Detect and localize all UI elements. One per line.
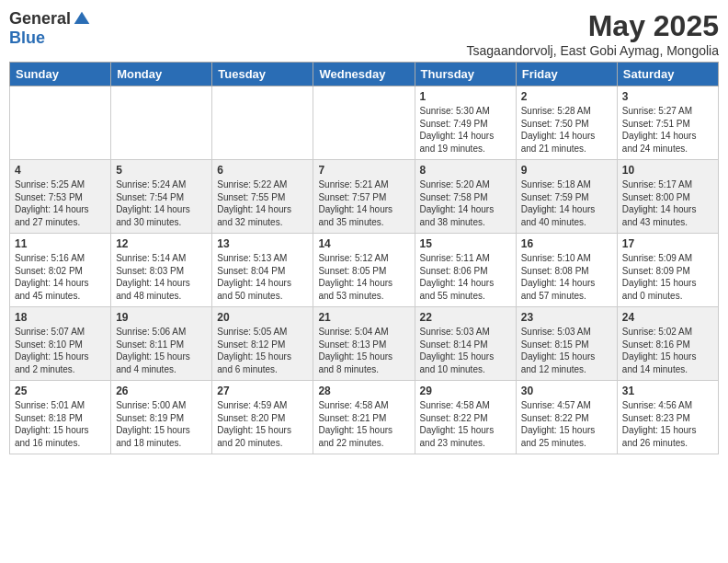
page-header: General Blue May 2025 Tsagaandorvolj, Ea… — [9, 9, 719, 58]
day-number: 25 — [15, 385, 106, 397]
week-row-5: 25Sunrise: 5:01 AM Sunset: 8:18 PM Dayli… — [10, 381, 719, 454]
day-number: 9 — [521, 164, 612, 177]
day-info: Sunrise: 5:20 AM Sunset: 7:58 PM Dayligh… — [420, 178, 511, 228]
day-info: Sunrise: 4:58 AM Sunset: 8:21 PM Dayligh… — [318, 399, 409, 449]
day-info: Sunrise: 5:04 AM Sunset: 8:13 PM Dayligh… — [318, 326, 409, 375]
month-title: May 2025 — [467, 9, 719, 43]
day-cell-1: 1Sunrise: 5:30 AM Sunset: 7:49 PM Daylig… — [415, 86, 516, 160]
day-info: Sunrise: 5:27 AM Sunset: 7:51 PM Dayligh… — [622, 105, 713, 155]
col-header-saturday: Saturday — [617, 63, 718, 86]
empty-cell — [313, 86, 415, 160]
day-cell-2: 2Sunrise: 5:28 AM Sunset: 7:50 PM Daylig… — [516, 86, 617, 160]
day-info: Sunrise: 5:21 AM Sunset: 7:57 PM Dayligh… — [318, 178, 409, 228]
day-info: Sunrise: 5:00 AM Sunset: 8:19 PM Dayligh… — [116, 399, 207, 449]
day-number: 11 — [15, 237, 106, 250]
day-number: 12 — [116, 237, 207, 250]
day-info: Sunrise: 4:56 AM Sunset: 8:23 PM Dayligh… — [622, 399, 713, 449]
day-info: Sunrise: 5:09 AM Sunset: 8:09 PM Dayligh… — [622, 252, 713, 302]
logo: General Blue — [9, 9, 91, 48]
week-row-3: 11Sunrise: 5:16 AM Sunset: 8:02 PM Dayli… — [10, 234, 719, 307]
day-info: Sunrise: 5:13 AM Sunset: 8:04 PM Dayligh… — [217, 252, 308, 302]
day-cell-7: 7Sunrise: 5:21 AM Sunset: 7:57 PM Daylig… — [313, 160, 415, 234]
day-number: 17 — [622, 237, 713, 250]
day-info: Sunrise: 5:18 AM Sunset: 7:59 PM Dayligh… — [521, 178, 612, 228]
day-cell-24: 24Sunrise: 5:02 AM Sunset: 8:16 PM Dayli… — [617, 307, 718, 381]
day-info: Sunrise: 4:57 AM Sunset: 8:22 PM Dayligh… — [521, 399, 612, 449]
day-cell-8: 8Sunrise: 5:20 AM Sunset: 7:58 PM Daylig… — [415, 160, 516, 234]
day-cell-12: 12Sunrise: 5:14 AM Sunset: 8:03 PM Dayli… — [111, 234, 212, 307]
day-number: 19 — [116, 311, 207, 324]
logo-blue: Blue — [9, 29, 45, 48]
week-row-1: 1Sunrise: 5:30 AM Sunset: 7:49 PM Daylig… — [10, 86, 719, 160]
day-number: 5 — [116, 164, 207, 177]
day-cell-16: 16Sunrise: 5:10 AM Sunset: 8:08 PM Dayli… — [516, 234, 617, 307]
day-info: Sunrise: 5:03 AM Sunset: 8:14 PM Dayligh… — [420, 326, 511, 375]
day-cell-29: 29Sunrise: 4:58 AM Sunset: 8:22 PM Dayli… — [415, 381, 516, 454]
day-number: 10 — [622, 164, 713, 177]
week-row-2: 4Sunrise: 5:25 AM Sunset: 7:53 PM Daylig… — [10, 160, 719, 234]
day-number: 29 — [420, 385, 511, 397]
day-info: Sunrise: 5:05 AM Sunset: 8:12 PM Dayligh… — [217, 326, 308, 375]
day-number: 4 — [15, 164, 106, 177]
calendar-table: SundayMondayTuesdayWednesdayThursdayFrid… — [9, 62, 719, 454]
svg-marker-0 — [74, 11, 90, 23]
day-cell-22: 22Sunrise: 5:03 AM Sunset: 8:14 PM Dayli… — [415, 307, 516, 381]
day-cell-11: 11Sunrise: 5:16 AM Sunset: 8:02 PM Dayli… — [10, 234, 111, 307]
day-info: Sunrise: 5:06 AM Sunset: 8:11 PM Dayligh… — [116, 326, 207, 375]
day-number: 26 — [116, 385, 207, 397]
day-number: 31 — [622, 385, 713, 397]
day-cell-18: 18Sunrise: 5:07 AM Sunset: 8:10 PM Dayli… — [10, 307, 111, 381]
day-info: Sunrise: 5:24 AM Sunset: 7:54 PM Dayligh… — [116, 178, 207, 228]
title-block: May 2025 Tsagaandorvolj, East Gobi Aymag… — [467, 9, 719, 58]
day-number: 3 — [622, 90, 713, 103]
day-number: 28 — [318, 385, 409, 397]
day-cell-15: 15Sunrise: 5:11 AM Sunset: 8:06 PM Dayli… — [415, 234, 516, 307]
day-cell-31: 31Sunrise: 4:56 AM Sunset: 8:23 PM Dayli… — [617, 381, 718, 454]
day-info: Sunrise: 4:59 AM Sunset: 8:20 PM Dayligh… — [217, 399, 308, 449]
day-number: 20 — [217, 311, 308, 324]
day-cell-9: 9Sunrise: 5:18 AM Sunset: 7:59 PM Daylig… — [516, 160, 617, 234]
day-cell-28: 28Sunrise: 4:58 AM Sunset: 8:21 PM Dayli… — [313, 381, 415, 454]
week-row-4: 18Sunrise: 5:07 AM Sunset: 8:10 PM Dayli… — [10, 307, 719, 381]
day-number: 30 — [521, 385, 612, 397]
day-number: 7 — [318, 164, 409, 177]
col-header-sunday: Sunday — [10, 63, 111, 86]
empty-cell — [111, 86, 212, 160]
day-cell-19: 19Sunrise: 5:06 AM Sunset: 8:11 PM Dayli… — [111, 307, 212, 381]
day-cell-17: 17Sunrise: 5:09 AM Sunset: 8:09 PM Dayli… — [617, 234, 718, 307]
day-number: 27 — [217, 385, 308, 397]
day-number: 24 — [622, 311, 713, 324]
day-info: Sunrise: 4:58 AM Sunset: 8:22 PM Dayligh… — [420, 399, 511, 449]
day-info: Sunrise: 5:14 AM Sunset: 8:03 PM Dayligh… — [116, 252, 207, 302]
day-info: Sunrise: 5:11 AM Sunset: 8:06 PM Dayligh… — [420, 252, 511, 302]
day-cell-27: 27Sunrise: 4:59 AM Sunset: 8:20 PM Dayli… — [212, 381, 313, 454]
day-cell-10: 10Sunrise: 5:17 AM Sunset: 8:00 PM Dayli… — [617, 160, 718, 234]
day-number: 14 — [318, 237, 409, 250]
day-number: 21 — [318, 311, 409, 324]
col-header-friday: Friday — [516, 63, 617, 86]
day-cell-26: 26Sunrise: 5:00 AM Sunset: 8:19 PM Dayli… — [111, 381, 212, 454]
logo-general: General — [9, 9, 71, 29]
day-info: Sunrise: 5:12 AM Sunset: 8:05 PM Dayligh… — [318, 252, 409, 302]
day-number: 2 — [521, 90, 612, 103]
col-header-wednesday: Wednesday — [313, 63, 415, 86]
day-info: Sunrise: 5:01 AM Sunset: 8:18 PM Dayligh… — [15, 399, 106, 449]
day-info: Sunrise: 5:07 AM Sunset: 8:10 PM Dayligh… — [15, 326, 106, 375]
day-number: 6 — [217, 164, 308, 177]
day-cell-21: 21Sunrise: 5:04 AM Sunset: 8:13 PM Dayli… — [313, 307, 415, 381]
day-number: 22 — [420, 311, 511, 324]
day-info: Sunrise: 5:25 AM Sunset: 7:53 PM Dayligh… — [15, 178, 106, 228]
logo-icon — [73, 10, 91, 29]
day-info: Sunrise: 5:02 AM Sunset: 8:16 PM Dayligh… — [622, 326, 713, 375]
day-cell-4: 4Sunrise: 5:25 AM Sunset: 7:53 PM Daylig… — [10, 160, 111, 234]
day-number: 8 — [420, 164, 511, 177]
day-info: Sunrise: 5:10 AM Sunset: 8:08 PM Dayligh… — [521, 252, 612, 302]
day-number: 23 — [521, 311, 612, 324]
day-info: Sunrise: 5:28 AM Sunset: 7:50 PM Dayligh… — [521, 105, 612, 155]
day-cell-3: 3Sunrise: 5:27 AM Sunset: 7:51 PM Daylig… — [617, 86, 718, 160]
day-info: Sunrise: 5:22 AM Sunset: 7:55 PM Dayligh… — [217, 178, 308, 228]
day-number: 13 — [217, 237, 308, 250]
day-info: Sunrise: 5:17 AM Sunset: 8:00 PM Dayligh… — [622, 178, 713, 228]
header-row: SundayMondayTuesdayWednesdayThursdayFrid… — [10, 63, 719, 86]
col-header-thursday: Thursday — [415, 63, 516, 86]
